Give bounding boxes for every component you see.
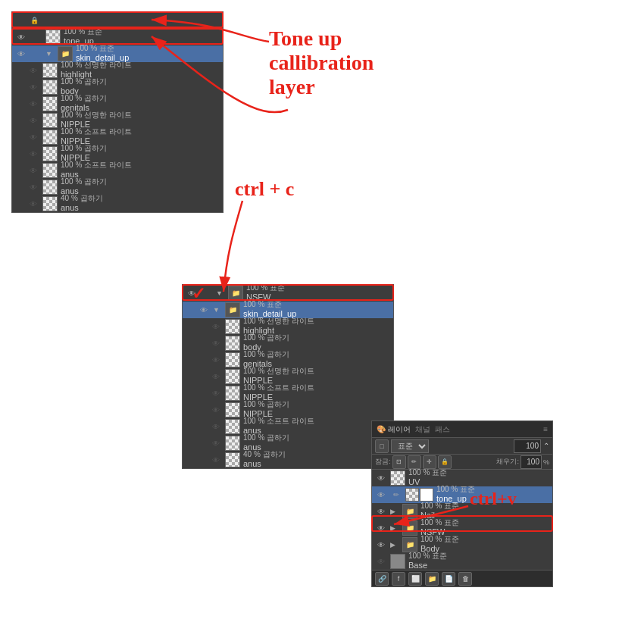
blend-mode-select[interactable]: 표준 (391, 439, 429, 453)
layer-row[interactable]: 👁 100 % 표준 UV (372, 470, 552, 486)
channels-tab-label[interactable]: 채널 (415, 424, 430, 435)
layer-blend-opacity: 100 % 선명한 라이트 (61, 111, 132, 120)
eye-icon[interactable]: 👁 (375, 539, 387, 551)
group-expand-arrow[interactable]: ▶ (390, 508, 399, 515)
eye-icon[interactable]: 👁 (375, 472, 387, 484)
eye-icon[interactable]: 👁 (210, 337, 222, 349)
eye-icon[interactable]: 👁 (15, 48, 27, 60)
layer-row[interactable]: 👁 100 % 표준 tone_up (12, 29, 223, 45)
layer-row[interactable]: 👁 ▶ 📁 100 % 표준 NSFW (372, 520, 552, 536)
layer-row[interactable]: 👁 ✏ 100 % 표준 tone_up (372, 486, 552, 503)
layer-row[interactable]: 👁 100 % 소프트 라이트 NIPPLE (12, 129, 223, 145)
eye-icon[interactable]: 👁 (27, 131, 39, 143)
layer-blend-opacity: 40 % 곱하기 (61, 194, 103, 203)
layer-row[interactable]: 👁 100 % 곱하기 genitals (12, 95, 223, 112)
layer-row[interactable]: 👁 ▶ 📁 100 % 표준 Body (372, 536, 552, 553)
layer-thumbnail (42, 96, 58, 111)
layer-row[interactable]: 👁 100 % 곱하기 body (183, 335, 393, 352)
eye-icon[interactable]: 👁 (210, 404, 222, 416)
layer-thumbnail (225, 336, 240, 351)
eye-icon[interactable]: 👁 (210, 454, 222, 466)
group-expand-arrow[interactable]: ▼ (45, 50, 55, 58)
layer-row[interactable]: 👁 40 % 곱하기 anus (12, 195, 223, 212)
group-expand-arrow[interactable]: ▶ (390, 541, 399, 549)
eye-icon[interactable]: 👁 (210, 370, 222, 383)
opacity-input[interactable] (514, 439, 541, 453)
layer-row[interactable]: 👁 100 % 소프트 라이트 anus (183, 418, 393, 435)
group-expand-arrow[interactable]: ▼ (213, 306, 222, 314)
layer-name: Base (408, 561, 447, 571)
eye-icon[interactable]: 👁 (210, 420, 222, 433)
eye-icon[interactable]: 👁 (27, 98, 39, 110)
layer-row[interactable]: 👁 100 % 곱하기 anus (12, 179, 223, 195)
new-layer-btn[interactable]: □ (375, 439, 389, 453)
layer-name: anus (243, 459, 286, 469)
group-expand-arrow[interactable]: ▶ (390, 524, 399, 532)
lock-pixels-btn[interactable]: ✏ (408, 455, 421, 469)
eye-icon[interactable]: 👁 (210, 437, 222, 449)
paths-tab-label[interactable]: 패스 (435, 424, 450, 435)
delete-layer-btn[interactable]: 🗑 (458, 572, 472, 586)
layer-row[interactable]: 👁 40 % 곱하기 anus (183, 452, 393, 468)
layer-row[interactable]: 👁 100 % 곱하기 anus (183, 435, 393, 452)
link-layers-btn[interactable]: 🔗 (375, 572, 389, 586)
layer-row[interactable]: 👁 100 % 선명한 라이트 highlight (183, 318, 393, 335)
annotation-tone-up: Tone upcallibrationlayer (269, 27, 374, 100)
fill-input[interactable] (521, 455, 542, 469)
lock-position-btn[interactable]: ✛ (423, 455, 436, 469)
layer-row[interactable]: 👁 100 % 표준 Base (372, 553, 552, 570)
layers-tab-label[interactable]: 🎨 레이어 (377, 424, 411, 435)
layer-thumbnail (42, 163, 58, 178)
eye-icon[interactable]: 👁 (27, 181, 39, 193)
layer-row[interactable]: 👁 100 % 곱하기 NIPPLE (183, 402, 393, 418)
add-style-btn[interactable]: f (392, 572, 405, 586)
layer-row[interactable]: 👁 100 % 선명한 라이트 highlight (12, 62, 223, 79)
lock-icon (30, 48, 42, 60)
layer-blend-opacity: 100 % 곱하기 (61, 94, 107, 103)
layer-row[interactable]: 👁 100 % 곱하기 body (12, 79, 223, 95)
layer-panel-2[interactable]: 👁 ▼ 📁 100 % 표준 NSFW 👁 ▼ 📁 100 % 표준 skin_… (182, 284, 394, 469)
new-group-btn[interactable]: 📁 (425, 572, 439, 586)
eye-icon[interactable]: 👁 (375, 489, 387, 501)
layer-blend-opacity: 100 % 표준 (420, 535, 459, 544)
eye-icon[interactable]: 👁 (210, 387, 222, 399)
layer-row[interactable]: 👁 100 % 소프트 라이트 anus (12, 162, 223, 179)
eye-icon[interactable]: 👁 (198, 304, 210, 316)
lock-all-btn[interactable]: 🔒 (438, 455, 452, 469)
eye-icon[interactable]: 👁 (27, 114, 39, 127)
eye-icon[interactable]: 👁 (186, 287, 198, 299)
eye-icon[interactable]: 👁 (27, 198, 39, 210)
eye-icon[interactable]: 👁 (27, 64, 39, 77)
eye-icon[interactable]: 👁 (375, 505, 387, 517)
layer-row[interactable]: 👁 ▼ 📁 100 % 표준 NSFW (183, 285, 393, 302)
layer-row[interactable]: 👁 100 % 소프트 라이트 NIPPLE (183, 385, 393, 402)
layer-row[interactable]: 👁 ▼ 📁 100 % 표준 skin_detail_up (183, 302, 393, 318)
eye-icon[interactable]: 👁 (15, 31, 27, 43)
layer-thumbnail (225, 419, 240, 434)
layer-row[interactable]: 👁 100 % 선명한 라이트 NIPPLE (12, 112, 223, 129)
lock-transparent-btn[interactable]: ⊡ (392, 455, 406, 469)
layer-row[interactable]: 👁 100 % 곱하기 NIPPLE (12, 145, 223, 162)
layer-panel-1[interactable]: 🔒 👁 100 % 표준 tone_up 👁 ▼ 📁 100 % 표준 skin… (11, 11, 224, 213)
layer-blend-opacity: 100 % 표준 (243, 300, 296, 309)
eye-icon[interactable]: 👁 (27, 148, 39, 160)
new-layer-btn[interactable]: 📄 (442, 572, 455, 586)
eye-icon[interactable]: 👁 (27, 164, 39, 177)
layer-thumbnail (390, 470, 405, 486)
group-expand-arrow[interactable]: ▼ (216, 289, 225, 297)
eye-icon[interactable]: 👁 (375, 522, 387, 534)
eye-icon[interactable]: 👁 (27, 81, 39, 93)
eye-icon[interactable]: 👁 (210, 320, 222, 333)
panel3-bottom-toolbar: 🔗 f ⬜ 📁 📄 🗑 (372, 570, 552, 586)
add-mask-btn[interactable]: ⬜ (408, 572, 422, 586)
eye-icon[interactable]: 👁 (375, 555, 387, 567)
opacity-arrow[interactable]: ⌃ (543, 442, 549, 450)
layer-row[interactable]: 👁 100 % 곱하기 genitals (183, 352, 393, 368)
layer-row[interactable]: 👁 ▶ 📁 100 % 표준 Nail (372, 503, 552, 520)
layer-panel-3[interactable]: 🎨 레이어 채널 패스 ≡ □ 표준 ⌃ 잠금: ⊡ ✏ ✛ 🔒 채우기: % … (371, 420, 553, 587)
layer-row[interactable]: 👁 100 % 선명한 라이트 NIPPLE (183, 368, 393, 385)
eye-icon[interactable]: 👁 (210, 354, 222, 366)
layer-row[interactable]: 👁 ▼ 📁 100 % 표준 skin_detail_up (12, 45, 223, 62)
panel-menu-icon[interactable]: ≡ (543, 425, 548, 433)
group-thumbnail: 📁 (58, 46, 73, 61)
